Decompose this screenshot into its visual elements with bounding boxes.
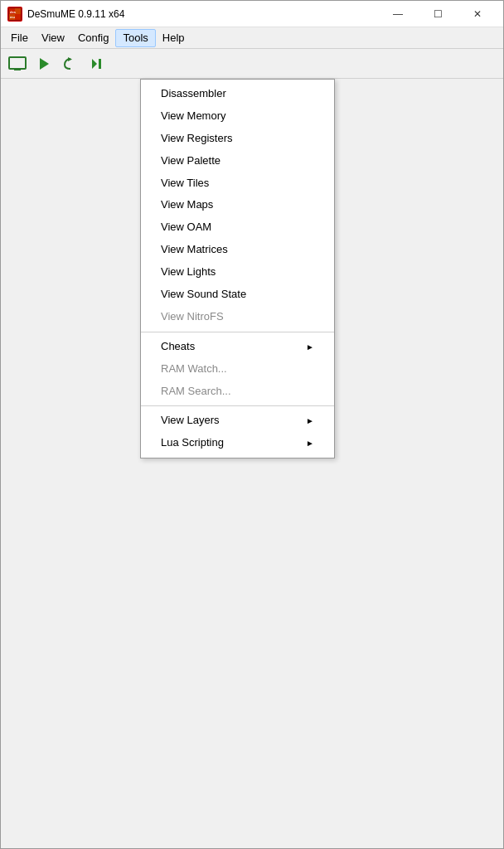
frame-advance-icon: [90, 57, 104, 70]
submenu-arrow-view-layers: ►: [306, 415, 314, 426]
menu-item-view-memory[interactable]: View Memory: [141, 105, 334, 128]
menu-item-view-matrices[interactable]: View Matrices: [141, 239, 334, 261]
menu-view[interactable]: View: [35, 29, 71, 47]
toolbar-play-button[interactable]: [32, 53, 56, 75]
title-bar: des mu DeSmuME 0.9.11 x64 — ☐ ✕: [1, 1, 503, 27]
tools-dropdown-menu: Disassembler View Memory View Registers …: [140, 79, 335, 458]
svg-rect-8: [14, 69, 21, 70]
menu-tools[interactable]: Tools: [115, 29, 155, 47]
svg-marker-9: [40, 58, 49, 70]
toolbar: [1, 49, 503, 79]
svg-text:mu: mu: [10, 15, 16, 19]
menu-config[interactable]: Config: [71, 29, 116, 47]
maximize-button[interactable]: ☐: [419, 3, 457, 25]
menu-item-view-palette[interactable]: View Palette: [141, 150, 334, 172]
submenu-arrow-cheats: ►: [306, 342, 314, 352]
main-content: Disassembler View Memory View Registers …: [1, 79, 503, 848]
svg-rect-12: [99, 59, 101, 69]
menu-item-disassembler[interactable]: Disassembler: [141, 83, 334, 105]
minimize-button[interactable]: —: [379, 3, 417, 25]
menu-item-view-maps[interactable]: View Maps: [141, 194, 334, 216]
menu-bar: File View Config Tools Help: [1, 27, 503, 49]
menu-item-view-lights[interactable]: View Lights: [141, 261, 334, 284]
menu-item-cheats[interactable]: Cheats ►: [141, 336, 334, 358]
submenu-arrow-lua-scripting: ►: [306, 438, 314, 449]
svg-text:des: des: [10, 10, 17, 14]
menu-item-ram-watch: RAM Watch...: [141, 358, 334, 381]
main-window: des mu DeSmuME 0.9.11 x64 — ☐ ✕ File Vie…: [0, 0, 504, 849]
replay-icon: [63, 57, 78, 70]
menu-item-view-sound-state[interactable]: View Sound State: [141, 284, 334, 306]
separator-1: [141, 332, 334, 332]
window-title: DeSmuME 0.9.11 x64: [27, 8, 379, 20]
svg-marker-10: [68, 57, 72, 61]
toolbar-screen-button[interactable]: [6, 53, 29, 75]
window-controls: — ☐ ✕: [379, 3, 497, 25]
menu-item-lua-scripting[interactable]: Lua Scripting ►: [141, 432, 334, 454]
svg-rect-7: [9, 57, 26, 69]
menu-item-view-registers[interactable]: View Registers: [141, 128, 334, 150]
menu-item-view-oam[interactable]: View OAM: [141, 216, 334, 239]
separator-2: [141, 405, 334, 406]
menu-item-view-layers[interactable]: View Layers ►: [141, 410, 334, 432]
svg-rect-4: [15, 14, 21, 20]
svg-rect-2: [15, 8, 21, 14]
play-icon: [37, 57, 51, 70]
menu-item-view-tiles[interactable]: View Tiles: [141, 172, 334, 195]
svg-marker-11: [92, 59, 97, 69]
screen-icon: [8, 56, 27, 71]
toolbar-replay-button[interactable]: [59, 53, 82, 75]
menu-help[interactable]: Help: [156, 29, 191, 47]
toolbar-frame-button[interactable]: [85, 53, 109, 75]
menu-item-ram-search: RAM Search...: [141, 381, 334, 403]
menu-item-view-nitrofs: View NitroFS: [141, 306, 334, 328]
menu-file[interactable]: File: [4, 29, 35, 47]
close-button[interactable]: ✕: [458, 3, 497, 25]
app-icon: des mu: [7, 7, 22, 22]
